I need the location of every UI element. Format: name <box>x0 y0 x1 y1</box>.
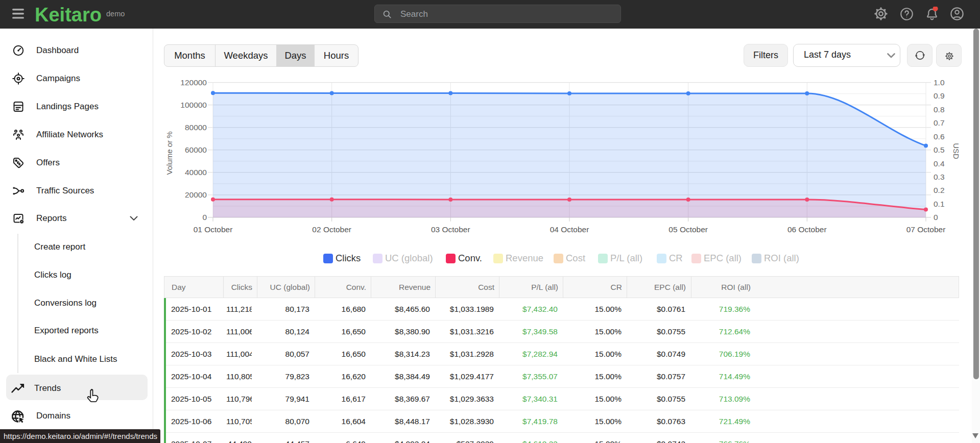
svg-text:0.5: 0.5 <box>934 145 945 154</box>
svg-text:60000: 60000 <box>185 145 207 154</box>
svg-text:05 October: 05 October <box>668 225 708 234</box>
svg-text:04 October: 04 October <box>550 225 589 234</box>
svg-text:0.1: 0.1 <box>934 200 945 208</box>
svg-text:40000: 40000 <box>185 168 207 177</box>
svg-text:0.3: 0.3 <box>934 173 945 181</box>
svg-text:02 October: 02 October <box>312 225 351 234</box>
svg-text:0: 0 <box>934 213 938 222</box>
svg-text:0.8: 0.8 <box>934 105 945 114</box>
svg-text:0: 0 <box>202 213 207 222</box>
svg-text:0.2: 0.2 <box>934 186 945 194</box>
svg-text:03 October: 03 October <box>431 225 470 234</box>
svg-text:20000: 20000 <box>185 190 207 199</box>
svg-text:0.7: 0.7 <box>934 118 945 127</box>
svg-text:100000: 100000 <box>180 101 207 109</box>
svg-text:USD: USD <box>952 143 961 159</box>
svg-text:1.0: 1.0 <box>934 78 945 87</box>
svg-text:06 October: 06 October <box>787 225 827 234</box>
svg-text:0.4: 0.4 <box>934 159 945 168</box>
svg-text:01 October: 01 October <box>194 225 233 234</box>
svg-text:0.6: 0.6 <box>934 132 945 141</box>
svg-text:07 October: 07 October <box>906 225 946 234</box>
svg-text:120000: 120000 <box>180 78 207 87</box>
svg-text:80000: 80000 <box>185 123 207 132</box>
svg-text:0.9: 0.9 <box>934 91 945 100</box>
svg-text:Volume or %: Volume or % <box>165 131 174 175</box>
